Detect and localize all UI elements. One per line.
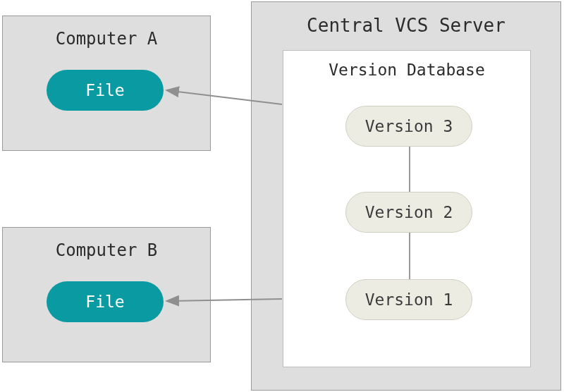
computer-a-title: Computer A <box>3 29 210 49</box>
computer-b-title: Computer B <box>3 240 210 260</box>
server-box: Central VCS Server Version Database Vers… <box>251 1 561 391</box>
version-2-pill: Version 2 <box>345 192 472 233</box>
connector-v2-v1 <box>409 233 410 279</box>
diagram-canvas: Computer A File Computer B File Central … <box>0 0 564 392</box>
version-database-panel: Version Database Version 3 Version 2 Ver… <box>283 50 531 367</box>
version-1-label: Version 1 <box>365 290 453 309</box>
computer-a-box: Computer A File <box>2 16 211 151</box>
computer-a-file-pill: File <box>47 70 164 111</box>
server-title: Central VCS Server <box>252 15 560 36</box>
computer-b-file-pill: File <box>47 281 164 322</box>
version-database-title: Version Database <box>283 61 530 79</box>
version-1-pill: Version 1 <box>345 279 472 320</box>
version-2-label: Version 2 <box>365 203 453 221</box>
version-3-pill: Version 3 <box>345 106 472 147</box>
computer-a-file-label: File <box>85 81 124 99</box>
version-3-label: Version 3 <box>365 117 453 135</box>
computer-b-file-label: File <box>85 293 124 311</box>
connector-v3-v2 <box>409 147 410 192</box>
computer-b-box: Computer B File <box>2 227 211 362</box>
